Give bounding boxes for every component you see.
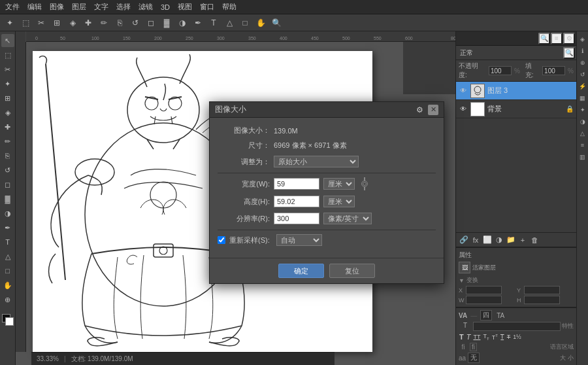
left-tool-path[interactable]: △ bbox=[1, 250, 14, 263]
frac-btn[interactable]: 1½ bbox=[512, 333, 522, 341]
menu-view[interactable]: 视图 bbox=[178, 2, 192, 12]
aa-value[interactable]: 无 bbox=[468, 353, 480, 363]
menu-select[interactable]: 选择 bbox=[116, 2, 131, 12]
tool-hand[interactable]: ✋ bbox=[253, 16, 268, 29]
menu-filter[interactable]: 滤镜 bbox=[139, 2, 153, 12]
left-tool-gradient[interactable]: ▓ bbox=[1, 192, 14, 205]
tool-select[interactable]: ⬚ bbox=[18, 16, 33, 29]
menu-edit[interactable]: 编辑 bbox=[27, 2, 42, 12]
left-tool-wand[interactable]: ✦ bbox=[1, 77, 14, 90]
tool-zoom[interactable]: 🔍 bbox=[269, 16, 284, 29]
layer-item-1[interactable]: 👁 背景 🔒 bbox=[456, 100, 576, 118]
left-tool-zoom[interactable]: ⊕ bbox=[1, 293, 14, 306]
icon-swatches[interactable]: ▦ bbox=[578, 93, 588, 103]
dialog-settings-btn[interactable]: ⚙ bbox=[414, 104, 425, 116]
tool-eraser[interactable]: ◻ bbox=[144, 16, 158, 29]
layer-eye-1[interactable]: 👁 bbox=[459, 105, 468, 114]
dialog-titlebar[interactable]: 图像大小 ⚙ ✕ bbox=[210, 102, 444, 118]
menu-3d[interactable]: 3D bbox=[161, 3, 170, 11]
layer-item-0[interactable]: 👁 图层 3 bbox=[456, 82, 576, 100]
icon-nav[interactable]: ⊕ bbox=[578, 58, 588, 68]
dialog-height-input[interactable] bbox=[274, 196, 319, 207]
tool-move[interactable]: ✦ bbox=[3, 16, 17, 29]
sup-btn[interactable]: TT bbox=[491, 333, 498, 341]
dialog-ok-btn[interactable]: 确定 bbox=[278, 264, 324, 278]
dialog-resolution-unit[interactable]: 像素/英寸 像素/厘米 bbox=[323, 213, 372, 224]
faux-italic-btn[interactable]: T bbox=[466, 332, 472, 341]
left-tool-crop[interactable]: ⊞ bbox=[1, 92, 14, 105]
tool-crop[interactable]: ⊞ bbox=[50, 16, 64, 29]
menu-window[interactable]: 窗口 bbox=[200, 2, 214, 12]
icon-info[interactable]: ℹ bbox=[578, 46, 588, 56]
h-input[interactable] bbox=[524, 296, 560, 304]
tool-eyedropper[interactable]: ◈ bbox=[65, 16, 80, 29]
right-icon-arrange[interactable]: ≡ bbox=[551, 33, 563, 44]
add-group-btn[interactable]: 📁 bbox=[506, 235, 516, 245]
left-tool-pen[interactable]: ✒ bbox=[1, 221, 14, 234]
dialog-width-unit[interactable]: 厘米 像素 英寸 bbox=[323, 178, 355, 190]
left-tool-hand[interactable]: ✋ bbox=[1, 279, 14, 292]
faux-bold-btn[interactable]: T bbox=[459, 332, 465, 341]
tool-brush[interactable]: ✏ bbox=[97, 16, 111, 29]
dialog-fit-select[interactable]: 原始大小 bbox=[274, 156, 359, 167]
menu-file[interactable]: 文件 bbox=[5, 2, 20, 12]
image-size-dialog[interactable]: 图像大小 ⚙ ✕ 图像大小： 139.0M 尺寸： 6969 像素 × 6971… bbox=[209, 101, 444, 284]
icon-history[interactable]: ↺ bbox=[578, 69, 588, 80]
ligature-btn[interactable]: fi bbox=[470, 343, 477, 351]
menu-layer[interactable]: 图层 bbox=[72, 2, 86, 12]
dialog-height-unit[interactable]: 厘米 像素 英寸 bbox=[323, 196, 355, 207]
props-image-btn[interactable]: 🖼 bbox=[459, 262, 470, 273]
left-tool-clone[interactable]: ⎘ bbox=[1, 149, 14, 162]
foreground-color[interactable] bbox=[2, 314, 14, 326]
tool-text[interactable]: T bbox=[206, 16, 221, 29]
left-tool-shape[interactable]: □ bbox=[1, 264, 14, 277]
tool-rect[interactable]: □ bbox=[238, 16, 252, 29]
icon-channels[interactable]: ≡ bbox=[578, 140, 588, 150]
icon-adjustments[interactable]: ◑ bbox=[578, 116, 588, 127]
transform-collapse-icon[interactable]: ▼ bbox=[459, 277, 465, 284]
w-input[interactable] bbox=[466, 296, 502, 304]
left-tool-lasso[interactable]: ✂ bbox=[1, 63, 14, 76]
y-input[interactable] bbox=[524, 286, 560, 294]
left-tool-eyedrop[interactable]: ◈ bbox=[1, 106, 14, 119]
dialog-resample-checkbox[interactable] bbox=[218, 236, 225, 244]
icon-styles[interactable]: ✦ bbox=[578, 105, 588, 115]
dialog-reset-btn[interactable]: 复位 bbox=[329, 264, 375, 278]
delete-layer-btn[interactable]: 🗑 bbox=[529, 235, 540, 245]
tool-dodge[interactable]: ◑ bbox=[175, 16, 189, 29]
layers-search-icon[interactable]: 🔍 bbox=[563, 47, 575, 59]
tool-gradient[interactable]: ▓ bbox=[159, 16, 174, 29]
menu-image[interactable]: 图像 bbox=[50, 2, 64, 12]
left-tool-history[interactable]: ↺ bbox=[1, 164, 14, 177]
left-tool-heal[interactable]: ✚ bbox=[1, 120, 14, 133]
menu-help[interactable]: 帮助 bbox=[222, 2, 237, 12]
add-layer-btn[interactable]: + bbox=[517, 235, 528, 245]
left-tool-move[interactable]: ↖ bbox=[1, 34, 14, 47]
tool-lasso[interactable]: ✂ bbox=[34, 16, 48, 29]
x-input[interactable] bbox=[466, 286, 502, 294]
icon-actions[interactable]: ⚡ bbox=[578, 81, 588, 92]
add-style-btn[interactable]: fx bbox=[470, 235, 481, 245]
tool-stamp[interactable]: ⎘ bbox=[112, 16, 127, 29]
left-tool-brush[interactable]: ✏ bbox=[1, 135, 14, 148]
fill-input[interactable] bbox=[542, 66, 565, 75]
left-tool-eraser[interactable]: ◻ bbox=[1, 178, 14, 191]
right-icon-settings[interactable]: ⚙ bbox=[563, 33, 575, 44]
tool-history[interactable]: ↺ bbox=[128, 16, 142, 29]
tool-pen[interactable]: ✒ bbox=[191, 16, 205, 29]
menu-text[interactable]: 文字 bbox=[94, 2, 108, 12]
font-input[interactable] bbox=[473, 322, 561, 331]
add-mask-btn[interactable]: ⬜ bbox=[482, 235, 493, 245]
right-icon-search[interactable]: 🔍 bbox=[538, 33, 550, 44]
tool-path[interactable]: △ bbox=[222, 16, 237, 29]
tt-btn1[interactable]: TT bbox=[472, 333, 481, 341]
strikethrough-btn[interactable]: T bbox=[506, 333, 512, 341]
icon-layers[interactable]: ▥ bbox=[578, 152, 588, 162]
tt-btn2[interactable]: TT bbox=[482, 332, 489, 341]
left-tool-marquee[interactable]: ⬚ bbox=[1, 48, 14, 61]
dialog-resample-select[interactable]: 自动 保留细节 两次线性 两次立方 bbox=[276, 234, 322, 246]
underline-btn[interactable]: T̲ bbox=[500, 333, 505, 341]
dialog-width-input[interactable] bbox=[274, 178, 319, 190]
dialog-close-btn[interactable]: ✕ bbox=[428, 105, 438, 115]
opacity-input[interactable] bbox=[489, 66, 512, 75]
